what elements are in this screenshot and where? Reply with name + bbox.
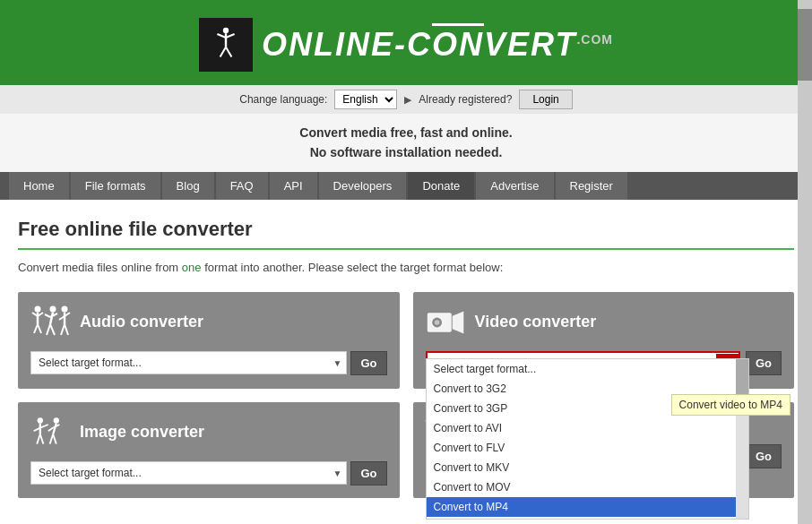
dropdown-item-flv[interactable]: Convert to FLV — [427, 438, 737, 458]
dropdown-item-mp4[interactable]: Convert to MP4 — [427, 497, 737, 517]
page-scrollbar[interactable] — [798, 0, 812, 524]
svg-line-33 — [40, 434, 44, 444]
nav-faq[interactable]: FAQ — [216, 172, 268, 200]
nav-blog[interactable]: Blog — [162, 172, 214, 200]
dropdown-item-mpeg1[interactable]: Convert to MPEG-1 — [427, 517, 737, 519]
svg-line-22 — [61, 324, 65, 335]
language-bar: Change language: English ▶ Already regis… — [0, 85, 812, 114]
svg-line-3 — [226, 34, 235, 38]
video-icon — [426, 305, 466, 340]
nav-developers[interactable]: Developers — [319, 172, 407, 200]
svg-line-11 — [38, 324, 41, 333]
video-converter-title: Video converter — [475, 313, 597, 331]
svg-line-17 — [50, 324, 55, 335]
logo-text: ONLINE-CONVERT.COM — [262, 26, 613, 64]
svg-point-18 — [62, 305, 68, 312]
nav-api[interactable]: API — [270, 172, 317, 200]
audio-icon — [30, 305, 71, 340]
language-select[interactable]: English — [334, 90, 397, 109]
dropdown-scrollbar[interactable] — [736, 359, 748, 519]
audio-format-select[interactable]: Select target format... — [30, 351, 347, 374]
tooltip-mp4: Convert video to MP4 — [671, 394, 790, 416]
image-converter-title: Image converter — [80, 423, 204, 442]
svg-line-4 — [220, 47, 226, 56]
svg-line-23 — [65, 324, 68, 335]
svg-line-14 — [45, 314, 50, 317]
scrollbar-thumb — [798, 9, 812, 81]
nav-donate[interactable]: Donate — [408, 172, 474, 200]
image-converter-row: Select target format... ▼ Go — [30, 461, 387, 485]
fourth-go-button[interactable]: Go — [746, 444, 782, 468]
svg-point-0 — [223, 28, 229, 33]
svg-line-38 — [50, 434, 54, 444]
nav-register[interactable]: Register — [556, 172, 627, 200]
audio-converter-card: Audio converter Select target format... … — [18, 292, 400, 389]
main-content: Free online file converter Convert media… — [0, 200, 812, 524]
svg-line-36 — [48, 427, 53, 431]
video-converter-header: Video converter — [426, 305, 782, 340]
audio-select-wrap: Select target format... ▼ — [30, 351, 347, 374]
svg-line-10 — [34, 324, 38, 333]
nav-home[interactable]: Home — [9, 172, 69, 200]
svg-line-5 — [226, 47, 231, 56]
converters-grid: Audio converter Select target format... … — [18, 292, 794, 498]
svg-line-32 — [37, 434, 40, 444]
image-converter-card: Image converter Select target format... … — [18, 402, 400, 498]
svg-point-6 — [35, 305, 41, 312]
audio-go-button[interactable]: Go — [350, 351, 386, 375]
image-icon — [30, 415, 71, 451]
page-title: Free online file converter — [18, 218, 794, 250]
dropdown-list: Select target format... Convert to 3G2 C… — [427, 359, 737, 519]
video-format-dropdown: Select target format... Convert to 3G2 C… — [426, 358, 750, 520]
video-go-button[interactable]: Go — [746, 351, 782, 375]
audio-converter-title: Audio converter — [80, 313, 203, 331]
image-go-button[interactable]: Go — [350, 461, 386, 485]
dropdown-item-mov[interactable]: Convert to MOV — [427, 477, 737, 497]
image-format-select[interactable]: Select target format... — [30, 461, 347, 485]
svg-point-28 — [38, 417, 43, 423]
svg-point-27 — [434, 320, 438, 324]
audio-converter-header: Audio converter — [30, 305, 387, 340]
svg-marker-25 — [452, 311, 463, 333]
image-select-wrap: Select target format... ▼ — [30, 461, 347, 485]
video-converter-card: Video converter ▼ Go Select target forma… — [413, 292, 795, 389]
audio-converter-row: Select target format... ▼ Go — [30, 351, 387, 375]
svg-point-12 — [50, 305, 56, 312]
dropdown-item-mkv[interactable]: Convert to MKV — [427, 458, 737, 477]
svg-line-39 — [53, 434, 56, 444]
svg-line-2 — [217, 34, 226, 38]
tagline: Convert media free, fast and online. No … — [0, 114, 812, 172]
description-text: Convert media files online from one form… — [18, 261, 794, 274]
nav-file-formats[interactable]: File formats — [71, 172, 160, 200]
dropdown-item-avi[interactable]: Convert to AVI — [427, 418, 737, 438]
main-nav: Home File formats Blog FAQ API Developer… — [0, 172, 812, 200]
dropdown-item-placeholder[interactable]: Select target format... — [427, 359, 737, 379]
logo-icon — [199, 18, 253, 72]
lang-arrow: ▶ — [404, 94, 411, 106]
image-converter-header: Image converter — [30, 415, 387, 451]
nav-advertise[interactable]: Advertise — [476, 172, 553, 200]
svg-line-31 — [40, 425, 48, 428]
svg-line-16 — [47, 324, 50, 335]
already-registered-text: Already registered? — [419, 93, 512, 106]
svg-line-13 — [50, 312, 53, 324]
svg-line-35 — [53, 423, 56, 434]
login-button[interactable]: Login — [519, 90, 572, 109]
svg-point-34 — [54, 417, 59, 423]
lang-label: Change language: — [239, 93, 327, 106]
